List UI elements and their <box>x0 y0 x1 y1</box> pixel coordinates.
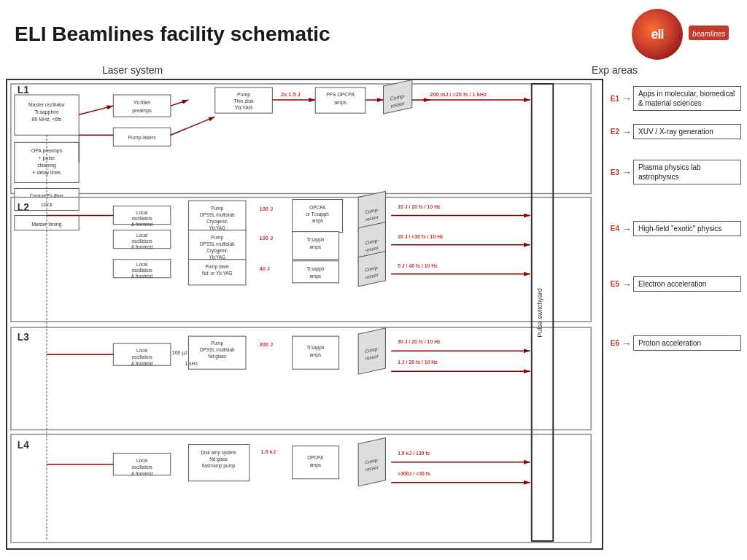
svg-text:Pump: Pump <box>211 205 223 211</box>
svg-text:ressor: ressor <box>365 464 379 472</box>
svg-text:Local: Local <box>136 262 147 267</box>
svg-text:Local: Local <box>136 210 147 215</box>
exp-id-e3: E3 <box>606 168 619 176</box>
svg-rect-17 <box>113 95 171 117</box>
svg-text:40 J: 40 J <box>260 265 270 272</box>
svg-text:Comp-: Comp- <box>365 265 379 273</box>
svg-rect-118 <box>188 445 249 481</box>
svg-text:L2: L2 <box>18 201 29 212</box>
svg-rect-15 <box>15 216 79 230</box>
svg-text:Ti:sapph: Ti:sapph <box>306 237 325 243</box>
svg-text:Cryogenic: Cryogenic <box>206 219 228 225</box>
svg-text:& frontend: & frontend <box>131 471 153 476</box>
exp-entry-e1: E1 → Apps in molecular, biomedical & mat… <box>606 86 741 111</box>
svg-text:oscillators: oscillators <box>131 268 152 273</box>
svg-text:DPSSL multislab: DPSSL multislab <box>200 241 235 246</box>
exp-box-e5: Electron acceleration <box>633 276 741 292</box>
svg-text:30 J / 20 fs / 10 Hz: 30 J / 20 fs / 10 Hz <box>398 339 441 344</box>
svg-line-145 <box>171 100 189 106</box>
exp-id-e6: E6 <box>606 339 619 347</box>
exp-box-e2: XUV / X-ray generation <box>633 124 741 139</box>
svg-text:1.5 kJ / 130 fs: 1.5 kJ / 130 fs <box>398 451 430 456</box>
svg-text:& frontend: & frontend <box>131 273 153 279</box>
exp-entry-e4: E4 → High-field "exotic" physics <box>606 221 741 236</box>
svg-text:Local: Local <box>136 348 147 353</box>
svg-text:DPSSL multislab: DPSSL multislab <box>200 347 235 352</box>
svg-text:L1: L1 <box>18 84 29 96</box>
svg-text:Pump: Pump <box>237 92 250 98</box>
svg-text:& frontend: & frontend <box>131 361 153 366</box>
svg-rect-126 <box>358 438 385 486</box>
svg-rect-67 <box>293 232 339 260</box>
exp-arrow-e4: → <box>622 223 632 235</box>
logo-subtitle: beamlines <box>689 22 732 47</box>
svg-rect-20 <box>113 128 171 146</box>
exp-arrow-e5: → <box>622 279 632 290</box>
exp-arrow-e3: → <box>622 166 632 178</box>
exp-entry-e6: E6 → Proton acceleration <box>606 335 741 351</box>
svg-text:amps: amps <box>311 218 323 224</box>
svg-text:2x 1.5 J: 2x 1.5 J <box>281 91 301 98</box>
svg-rect-75 <box>113 260 171 278</box>
svg-text:>300J / <30 fs: >300J / <30 fs <box>398 471 430 476</box>
svg-text:80 MHz, <6fs: 80 MHz, <6fs <box>32 117 62 122</box>
svg-rect-83 <box>293 261 339 283</box>
svg-rect-123 <box>293 446 339 479</box>
exp-entry-e3: E3 → Plasma physics lab astrophysics <box>606 160 741 184</box>
svg-text:Comp-: Comp- <box>365 206 379 215</box>
svg-text:Master timing: Master timing <box>31 222 61 228</box>
svg-text:amps: amps <box>309 352 321 358</box>
logo-area: eli beamlines <box>632 9 732 60</box>
svg-text:OPA preamps: OPA preamps <box>31 148 63 154</box>
svg-text:preamps: preamps <box>132 108 152 114</box>
svg-text:amps: amps <box>309 462 321 468</box>
svg-text:amps: amps <box>309 273 321 279</box>
svg-text:Nd:glass: Nd:glass <box>209 456 228 462</box>
svg-text:200 mJ / <20 fs / 1 kHz: 200 mJ / <20 fs / 1 kHz <box>430 91 487 98</box>
svg-text:Nd:glass: Nd:glass <box>208 354 226 359</box>
svg-text:Yb:YAG: Yb:YAG <box>209 254 225 260</box>
svg-rect-12 <box>15 188 79 210</box>
svg-text:& frontend: & frontend <box>131 222 153 227</box>
svg-text:or Ti:sapph: or Ti:sapph <box>306 211 329 217</box>
svg-text:Comp-: Comp- <box>390 93 406 102</box>
svg-text:Ti:sapph: Ti:sapph <box>306 345 325 351</box>
svg-text:Cryogenic: Cryogenic <box>206 248 228 254</box>
svg-text:oscillators: oscillators <box>131 216 152 221</box>
exp-arrow-e2: → <box>622 126 632 138</box>
svg-rect-79 <box>188 260 246 285</box>
svg-text:& frontend: & frontend <box>131 244 153 249</box>
svg-text:ressor: ressor <box>365 272 379 280</box>
svg-text:20 J / <30 fs / 10 Hz: 20 J / <30 fs / 10 Hz <box>398 234 444 239</box>
svg-text:Comp-: Comp- <box>365 238 379 246</box>
svg-rect-23 <box>215 88 273 113</box>
eli-logo: eli <box>632 9 683 60</box>
exp-arrow-e6: → <box>622 338 632 349</box>
svg-text:ressor: ressor <box>365 353 379 361</box>
exp-entry-e2: E2 → XUV / X-ray generation <box>606 124 741 139</box>
svg-text:Ti:sapphire: Ti:sapphire <box>34 109 59 115</box>
exp-entry-e5: E5 → Electron acceleration <box>606 276 741 292</box>
svg-text:300 J: 300 J <box>260 341 273 348</box>
svg-text:100 µJ: 100 µJ <box>172 350 187 356</box>
svg-text:ressor: ressor <box>365 245 379 253</box>
svg-text:Pump: Pump <box>211 341 223 346</box>
svg-text:PFS OPCPA: PFS OPCPA <box>326 92 355 97</box>
svg-text:Master oscillator: Master oscillator <box>28 102 66 107</box>
main-container: ELI Beamlines facility schematic eli bea… <box>0 0 747 560</box>
svg-text:Disk amp system: Disk amp system <box>201 450 236 456</box>
exp-areas-label: Exp areas <box>592 64 638 76</box>
svg-rect-52 <box>358 191 385 232</box>
laser-system-label: Laser system <box>102 64 163 76</box>
svg-text:L3: L3 <box>18 331 29 343</box>
svg-rect-97 <box>188 336 246 369</box>
svg-text:ressor: ressor <box>391 101 406 109</box>
svg-text:Nd: or Yb:YAG: Nd: or Yb:YAG <box>202 271 233 276</box>
svg-text:beamlines: beamlines <box>692 30 726 38</box>
svg-text:ressor: ressor <box>365 214 379 222</box>
exp-areas-panel: E1 → Apps in molecular, biomedical & mat… <box>606 79 741 550</box>
main-area: Master oscillator Ti:sapphire 80 MHz, <6… <box>0 77 747 551</box>
page-title: ELI Beamlines facility schematic <box>15 23 330 46</box>
svg-text:flash/amp pump: flash/amp pump <box>202 463 236 469</box>
svg-text:cleaning: cleaning <box>37 163 56 168</box>
